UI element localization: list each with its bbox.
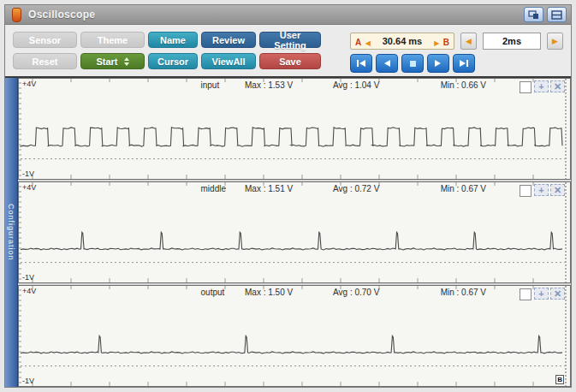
viewall-button[interactable]: ViewAll (201, 53, 256, 69)
oscilloscope-window: Oscilloscope Sensor Theme Name Review Us… (4, 4, 572, 388)
time-controls: A ◀ 30.64 ms ▶ B ◀ 2ms ▶ (350, 33, 563, 73)
max-stat: Max : 1.53 V (245, 80, 293, 90)
ab-time-value: 30.64 ms (383, 36, 422, 46)
y-bottom-label: -1V (22, 377, 34, 385)
close-icon[interactable]: ✕ (550, 80, 565, 92)
cursor-b-arrow-icon: ▶ (434, 39, 439, 47)
y-top-label: +4V (22, 183, 36, 192)
cursor-button[interactable]: Cursor (148, 53, 198, 69)
avg-stat: Avg : 0.70 V (333, 288, 379, 297)
spinner-icon (124, 57, 129, 66)
channel-checkbox[interactable] (520, 185, 531, 197)
waveform-middle (19, 182, 570, 282)
close-icon[interactable]: ✕ (550, 288, 565, 300)
sensor-button[interactable]: Sensor (13, 32, 77, 48)
channel-output: +4V output Max : 1.50 V Avg : 0.70 V Min… (18, 285, 571, 387)
avg-stat: Avg : 0.72 V (333, 184, 379, 193)
window-icon[interactable] (547, 7, 567, 22)
main-area: Configuration +4V input Max : 1.53 V Avg… (5, 76, 571, 387)
waveform-input (19, 79, 570, 179)
timebase-value[interactable]: 2ms (483, 33, 541, 50)
y-top-label: +4V (22, 80, 36, 88)
app-icon (12, 8, 21, 22)
skip-to-start-button[interactable] (350, 54, 372, 73)
zoom-in-icon[interactable]: + (534, 288, 549, 300)
left-arrow-icon: ◀ (466, 37, 472, 45)
user-setting-button[interactable]: User Setting (259, 32, 321, 48)
toolbar-button-grid: Sensor Theme Name Review User Setting Re… (13, 32, 321, 73)
channel-checkbox[interactable] (520, 81, 531, 93)
y-top-label: +4V (22, 287, 36, 295)
zoom-in-icon[interactable]: + (534, 80, 549, 92)
max-stat: Max : 1.50 V (245, 288, 293, 297)
channel-stack: +4V input Max : 1.53 V Avg : 1.04 V Min … (18, 78, 571, 387)
review-button[interactable]: Review (201, 32, 256, 48)
waveform-output (19, 286, 570, 386)
y-bottom-label: -1V (22, 273, 34, 282)
skip-to-end-button[interactable] (453, 54, 475, 73)
close-icon[interactable]: ✕ (550, 184, 565, 196)
popout-icon[interactable] (524, 7, 543, 22)
channel-middle: +4V middle Max : 1.51 V Avg : 0.72 V Min… (18, 181, 571, 283)
window-title: Oscilloscope (28, 9, 95, 21)
toolbar-row-2: Reset Start Cursor ViewAll Save (13, 53, 321, 69)
reset-button[interactable]: Reset (13, 53, 77, 69)
name-button[interactable]: Name (148, 32, 198, 48)
min-stat: Min : 0.67 V (441, 184, 486, 193)
toolbar: Sensor Theme Name Review User Setting Re… (5, 25, 571, 76)
titlebar: Oscilloscope (5, 5, 571, 25)
min-stat: Min : 0.67 V (441, 288, 486, 297)
min-stat: Min : 0.66 V (441, 80, 486, 90)
theme-button[interactable]: Theme (80, 32, 145, 48)
toolbar-row-1: Sensor Theme Name Review User Setting (13, 32, 321, 48)
timebase-decrease-button[interactable]: ◀ (460, 33, 477, 50)
cursor-b-label: B (443, 38, 449, 47)
channel-checkbox[interactable] (520, 288, 531, 300)
cursor-a-label: A (355, 38, 361, 47)
step-back-button[interactable] (376, 54, 398, 73)
right-arrow-icon: ▶ (552, 37, 558, 45)
channel-name: input (201, 80, 220, 90)
stop-button[interactable] (401, 54, 424, 73)
save-button[interactable]: Save (259, 53, 321, 69)
avg-stat: Avg : 1.04 V (333, 80, 379, 90)
channel-name: middle (201, 184, 226, 193)
timebase-increase-button[interactable]: ▶ (547, 33, 563, 50)
zoom-in-icon[interactable]: + (534, 184, 549, 196)
play-button[interactable] (427, 54, 449, 73)
ab-time-display: A ◀ 30.64 ms ▶ B (350, 33, 454, 50)
configuration-tab-label: Configuration (7, 204, 15, 261)
channel-name: output (201, 288, 225, 297)
channel-input: +4V input Max : 1.53 V Avg : 1.04 V Min … (18, 78, 571, 180)
max-stat: Max : 1.51 V (245, 184, 293, 193)
y-bottom-label: -1V (22, 169, 34, 178)
cursor-a-arrow-icon: ◀ (365, 39, 371, 47)
playback-controls (350, 54, 563, 73)
time-row: A ◀ 30.64 ms ▶ B ◀ 2ms ▶ (350, 33, 563, 50)
start-button-label: Start (96, 56, 117, 67)
cursor-b-marker[interactable]: B (555, 375, 564, 384)
start-button[interactable]: Start (80, 53, 145, 69)
configuration-tab[interactable]: Configuration (5, 78, 18, 387)
